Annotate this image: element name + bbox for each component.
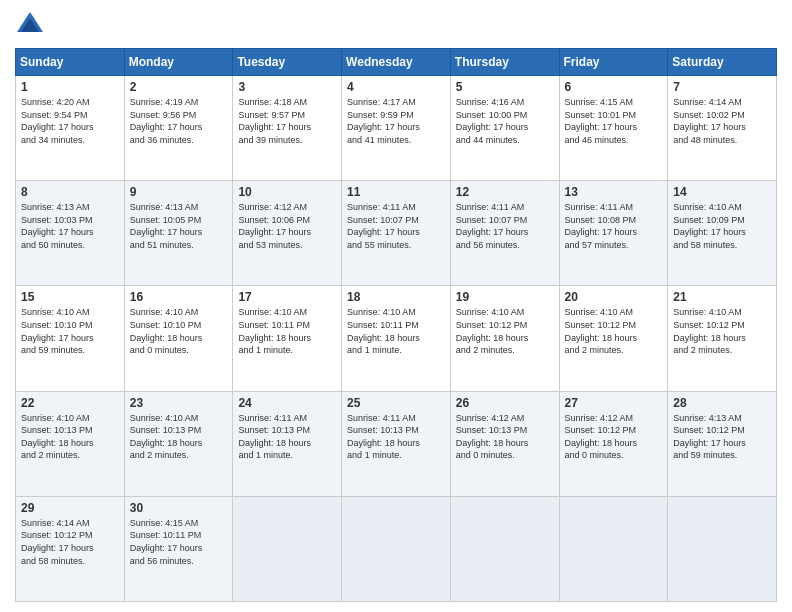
table-row: 20Sunrise: 4:10 AM Sunset: 10:12 PM Dayl… — [559, 286, 668, 391]
col-sunday: Sunday — [16, 49, 125, 76]
day-info: Sunrise: 4:11 AM Sunset: 10:13 PM Daylig… — [347, 412, 445, 462]
day-number: 17 — [238, 290, 336, 304]
day-info: Sunrise: 4:11 AM Sunset: 10:13 PM Daylig… — [238, 412, 336, 462]
col-monday: Monday — [124, 49, 233, 76]
table-row: 25Sunrise: 4:11 AM Sunset: 10:13 PM Dayl… — [342, 391, 451, 496]
page: Sunday Monday Tuesday Wednesday Thursday… — [0, 0, 792, 612]
table-row: 14Sunrise: 4:10 AM Sunset: 10:09 PM Dayl… — [668, 181, 777, 286]
table-row: 17Sunrise: 4:10 AM Sunset: 10:11 PM Dayl… — [233, 286, 342, 391]
day-info: Sunrise: 4:11 AM Sunset: 10:08 PM Daylig… — [565, 201, 663, 251]
day-info: Sunrise: 4:13 AM Sunset: 10:05 PM Daylig… — [130, 201, 228, 251]
day-number: 5 — [456, 80, 554, 94]
day-info: Sunrise: 4:10 AM Sunset: 10:13 PM Daylig… — [130, 412, 228, 462]
calendar-week-row: 15Sunrise: 4:10 AM Sunset: 10:10 PM Dayl… — [16, 286, 777, 391]
day-number: 2 — [130, 80, 228, 94]
logo-icon — [15, 10, 45, 40]
day-number: 27 — [565, 396, 663, 410]
day-number: 3 — [238, 80, 336, 94]
table-row: 9Sunrise: 4:13 AM Sunset: 10:05 PM Dayli… — [124, 181, 233, 286]
table-row: 30Sunrise: 4:15 AM Sunset: 10:11 PM Dayl… — [124, 496, 233, 601]
logo — [15, 10, 49, 40]
day-info: Sunrise: 4:11 AM Sunset: 10:07 PM Daylig… — [456, 201, 554, 251]
table-row — [450, 496, 559, 601]
day-number: 18 — [347, 290, 445, 304]
day-number: 13 — [565, 185, 663, 199]
day-number: 16 — [130, 290, 228, 304]
table-row: 13Sunrise: 4:11 AM Sunset: 10:08 PM Dayl… — [559, 181, 668, 286]
table-row — [559, 496, 668, 601]
table-row: 19Sunrise: 4:10 AM Sunset: 10:12 PM Dayl… — [450, 286, 559, 391]
day-number: 26 — [456, 396, 554, 410]
day-number: 22 — [21, 396, 119, 410]
table-row: 18Sunrise: 4:10 AM Sunset: 10:11 PM Dayl… — [342, 286, 451, 391]
day-info: Sunrise: 4:17 AM Sunset: 9:59 PM Dayligh… — [347, 96, 445, 146]
day-number: 4 — [347, 80, 445, 94]
calendar-week-row: 1Sunrise: 4:20 AM Sunset: 9:54 PM Daylig… — [16, 76, 777, 181]
day-info: Sunrise: 4:10 AM Sunset: 10:12 PM Daylig… — [673, 306, 771, 356]
table-row: 11Sunrise: 4:11 AM Sunset: 10:07 PM Dayl… — [342, 181, 451, 286]
day-info: Sunrise: 4:13 AM Sunset: 10:12 PM Daylig… — [673, 412, 771, 462]
day-info: Sunrise: 4:16 AM Sunset: 10:00 PM Daylig… — [456, 96, 554, 146]
day-info: Sunrise: 4:10 AM Sunset: 10:10 PM Daylig… — [21, 306, 119, 356]
day-info: Sunrise: 4:12 AM Sunset: 10:06 PM Daylig… — [238, 201, 336, 251]
table-row: 22Sunrise: 4:10 AM Sunset: 10:13 PM Dayl… — [16, 391, 125, 496]
day-info: Sunrise: 4:12 AM Sunset: 10:13 PM Daylig… — [456, 412, 554, 462]
day-info: Sunrise: 4:10 AM Sunset: 10:11 PM Daylig… — [238, 306, 336, 356]
day-info: Sunrise: 4:10 AM Sunset: 10:13 PM Daylig… — [21, 412, 119, 462]
table-row: 24Sunrise: 4:11 AM Sunset: 10:13 PM Dayl… — [233, 391, 342, 496]
calendar-table: Sunday Monday Tuesday Wednesday Thursday… — [15, 48, 777, 602]
day-info: Sunrise: 4:10 AM Sunset: 10:12 PM Daylig… — [565, 306, 663, 356]
day-info: Sunrise: 4:10 AM Sunset: 10:12 PM Daylig… — [456, 306, 554, 356]
calendar-week-row: 29Sunrise: 4:14 AM Sunset: 10:12 PM Dayl… — [16, 496, 777, 601]
day-info: Sunrise: 4:11 AM Sunset: 10:07 PM Daylig… — [347, 201, 445, 251]
day-info: Sunrise: 4:10 AM Sunset: 10:10 PM Daylig… — [130, 306, 228, 356]
day-number: 24 — [238, 396, 336, 410]
table-row: 23Sunrise: 4:10 AM Sunset: 10:13 PM Dayl… — [124, 391, 233, 496]
day-number: 20 — [565, 290, 663, 304]
table-row: 6Sunrise: 4:15 AM Sunset: 10:01 PM Dayli… — [559, 76, 668, 181]
table-row: 28Sunrise: 4:13 AM Sunset: 10:12 PM Dayl… — [668, 391, 777, 496]
header — [15, 10, 777, 40]
day-number: 1 — [21, 80, 119, 94]
day-number: 19 — [456, 290, 554, 304]
col-thursday: Thursday — [450, 49, 559, 76]
table-row: 10Sunrise: 4:12 AM Sunset: 10:06 PM Dayl… — [233, 181, 342, 286]
calendar-header-row: Sunday Monday Tuesday Wednesday Thursday… — [16, 49, 777, 76]
day-info: Sunrise: 4:18 AM Sunset: 9:57 PM Dayligh… — [238, 96, 336, 146]
day-number: 6 — [565, 80, 663, 94]
calendar-week-row: 8Sunrise: 4:13 AM Sunset: 10:03 PM Dayli… — [16, 181, 777, 286]
day-info: Sunrise: 4:19 AM Sunset: 9:56 PM Dayligh… — [130, 96, 228, 146]
day-number: 30 — [130, 501, 228, 515]
day-info: Sunrise: 4:14 AM Sunset: 10:12 PM Daylig… — [21, 517, 119, 567]
day-info: Sunrise: 4:15 AM Sunset: 10:11 PM Daylig… — [130, 517, 228, 567]
day-number: 28 — [673, 396, 771, 410]
day-info: Sunrise: 4:12 AM Sunset: 10:12 PM Daylig… — [565, 412, 663, 462]
col-saturday: Saturday — [668, 49, 777, 76]
table-row — [342, 496, 451, 601]
day-number: 29 — [21, 501, 119, 515]
table-row: 16Sunrise: 4:10 AM Sunset: 10:10 PM Dayl… — [124, 286, 233, 391]
table-row — [233, 496, 342, 601]
day-number: 12 — [456, 185, 554, 199]
table-row: 7Sunrise: 4:14 AM Sunset: 10:02 PM Dayli… — [668, 76, 777, 181]
table-row: 12Sunrise: 4:11 AM Sunset: 10:07 PM Dayl… — [450, 181, 559, 286]
table-row: 29Sunrise: 4:14 AM Sunset: 10:12 PM Dayl… — [16, 496, 125, 601]
table-row: 8Sunrise: 4:13 AM Sunset: 10:03 PM Dayli… — [16, 181, 125, 286]
col-friday: Friday — [559, 49, 668, 76]
day-info: Sunrise: 4:10 AM Sunset: 10:11 PM Daylig… — [347, 306, 445, 356]
table-row: 15Sunrise: 4:10 AM Sunset: 10:10 PM Dayl… — [16, 286, 125, 391]
col-wednesday: Wednesday — [342, 49, 451, 76]
table-row — [668, 496, 777, 601]
table-row: 26Sunrise: 4:12 AM Sunset: 10:13 PM Dayl… — [450, 391, 559, 496]
day-number: 11 — [347, 185, 445, 199]
day-number: 8 — [21, 185, 119, 199]
day-number: 21 — [673, 290, 771, 304]
day-number: 14 — [673, 185, 771, 199]
day-number: 23 — [130, 396, 228, 410]
table-row: 27Sunrise: 4:12 AM Sunset: 10:12 PM Dayl… — [559, 391, 668, 496]
calendar-week-row: 22Sunrise: 4:10 AM Sunset: 10:13 PM Dayl… — [16, 391, 777, 496]
table-row: 1Sunrise: 4:20 AM Sunset: 9:54 PM Daylig… — [16, 76, 125, 181]
day-info: Sunrise: 4:13 AM Sunset: 10:03 PM Daylig… — [21, 201, 119, 251]
col-tuesday: Tuesday — [233, 49, 342, 76]
table-row: 5Sunrise: 4:16 AM Sunset: 10:00 PM Dayli… — [450, 76, 559, 181]
